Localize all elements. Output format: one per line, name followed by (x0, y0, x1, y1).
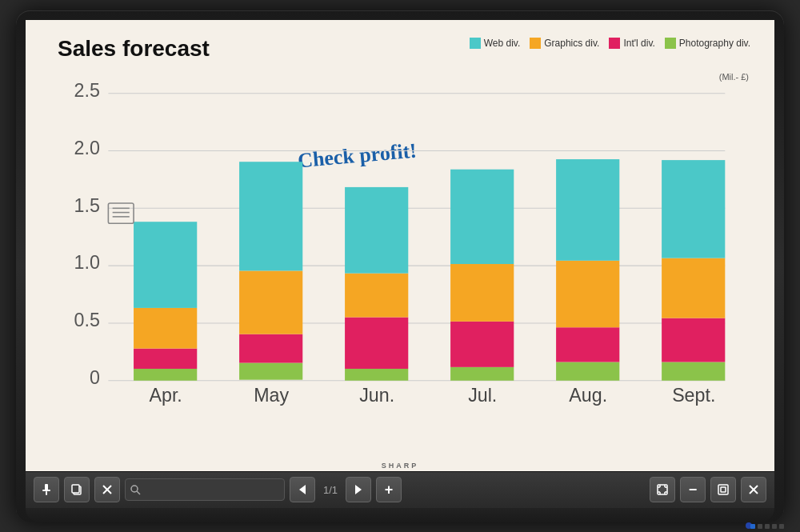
svg-rect-22 (345, 273, 408, 317)
legend-web: Web div. (470, 38, 521, 49)
svg-marker-56 (355, 485, 362, 494)
svg-text:1.0: 1.0 (74, 252, 100, 273)
svg-text:Jun.: Jun. (359, 385, 394, 406)
svg-rect-42 (108, 202, 134, 222)
legend-swatch-intl (609, 38, 620, 49)
screen: Sales forecast Web div. Graphics div. In… (26, 20, 774, 471)
legend-label-graphics: Graphics div. (544, 38, 599, 49)
svg-rect-33 (662, 318, 725, 362)
svg-rect-29 (556, 327, 619, 362)
svg-marker-55 (299, 485, 306, 494)
svg-text:Aug.: Aug. (569, 385, 607, 406)
svg-text:2.0: 2.0 (74, 137, 100, 158)
svg-rect-27 (450, 169, 514, 263)
svg-text:Apr.: Apr. (150, 385, 182, 406)
svg-rect-31 (556, 159, 619, 261)
svg-rect-34 (662, 258, 725, 318)
svg-rect-28 (556, 362, 619, 380)
svg-rect-30 (556, 260, 619, 326)
page-indicator: 1/1 (320, 484, 341, 496)
svg-rect-20 (345, 368, 408, 380)
svg-rect-15 (134, 222, 197, 308)
dot-3 (765, 524, 770, 529)
toolbar: 1/1 + − (26, 471, 774, 508)
zoom-out-button[interactable]: − (680, 477, 706, 502)
legend-label-photography: Photography div. (679, 38, 750, 49)
svg-text:1.5: 1.5 (74, 194, 100, 215)
svg-rect-32 (662, 362, 725, 380)
svg-text:2.5: 2.5 (74, 79, 100, 100)
monitor: Sales forecast Web div. Graphics div. In… (16, 10, 784, 522)
svg-rect-66 (718, 485, 728, 494)
dot-4 (772, 524, 777, 529)
svg-line-54 (137, 491, 140, 494)
legend-photography: Photography div. (665, 38, 750, 49)
chart-legend: Web div. Graphics div. Int'l div. Photog… (470, 38, 750, 49)
zoom-in-button[interactable]: + (376, 477, 402, 502)
prev-button[interactable] (290, 477, 315, 502)
svg-rect-50 (72, 485, 79, 493)
dot-1 (750, 524, 755, 529)
brand-logo: SHARP (382, 462, 419, 470)
svg-rect-13 (134, 348, 197, 368)
svg-point-53 (131, 486, 138, 492)
legend-intl: Int'l div. (609, 38, 654, 49)
legend-swatch-graphics (530, 38, 541, 49)
dot-2 (758, 524, 762, 529)
legend-swatch-photography (665, 38, 676, 49)
close-x-button[interactable] (94, 477, 120, 502)
monitor-foot (26, 508, 774, 522)
legend-graphics: Graphics div. (530, 38, 599, 49)
svg-rect-17 (239, 334, 302, 362)
svg-rect-48 (46, 491, 47, 495)
dot-5 (779, 524, 784, 529)
svg-rect-23 (345, 186, 408, 273)
svg-rect-47 (42, 490, 50, 491)
search-icon (130, 485, 141, 495)
svg-text:0.5: 0.5 (74, 310, 100, 330)
svg-text:0: 0 (90, 366, 100, 387)
svg-rect-12 (134, 368, 197, 380)
svg-rect-35 (662, 160, 725, 258)
svg-rect-18 (239, 270, 302, 334)
next-button[interactable] (346, 477, 371, 502)
svg-rect-14 (134, 307, 197, 348)
svg-rect-19 (239, 162, 302, 270)
svg-rect-24 (450, 366, 514, 380)
svg-text:May: May (254, 385, 289, 406)
svg-text:Sept.: Sept. (672, 385, 715, 406)
search-bar[interactable] (125, 478, 285, 501)
indicator-dots (750, 524, 784, 529)
legend-label-web: Web div. (484, 38, 521, 49)
window-button[interactable] (710, 477, 736, 502)
fit-screen-button[interactable] (650, 477, 675, 502)
svg-rect-21 (345, 317, 408, 368)
svg-rect-67 (721, 487, 726, 492)
exit-button[interactable] (741, 477, 766, 502)
pin-button[interactable] (34, 477, 59, 502)
chart-title: Sales forecast (58, 36, 210, 62)
legend-label-intl: Int'l div. (623, 38, 654, 49)
chart-svg: 0 0.5 1.0 1.5 2.0 2.5 (58, 68, 750, 406)
svg-text:Jul.: Jul. (468, 385, 497, 406)
legend-swatch-web (470, 38, 481, 49)
svg-rect-25 (450, 321, 514, 366)
svg-rect-16 (239, 362, 302, 379)
copy-button[interactable] (64, 477, 90, 502)
svg-rect-57 (658, 485, 667, 494)
svg-rect-26 (450, 264, 514, 322)
